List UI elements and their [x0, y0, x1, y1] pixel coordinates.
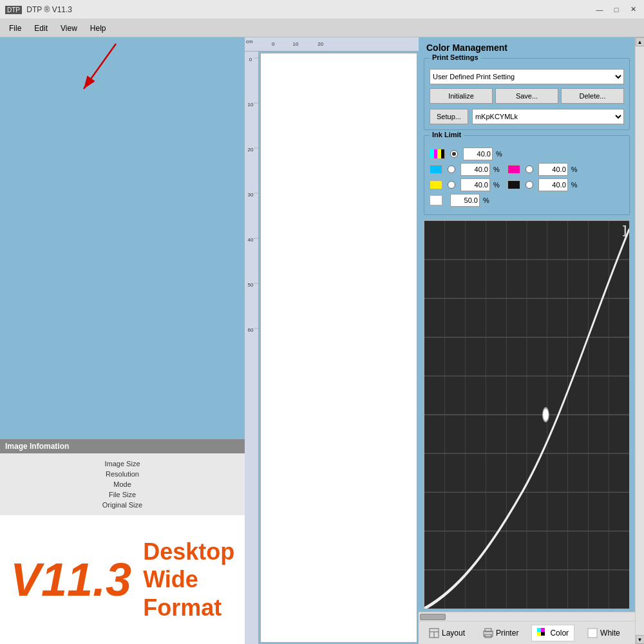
color-icon	[537, 628, 547, 638]
app-icon: DTP	[5, 6, 22, 14]
menu-help[interactable]: Help	[84, 21, 113, 35]
original-size-label: Original Size	[10, 500, 234, 510]
cmyk-value[interactable]: 40.0	[463, 147, 493, 160]
arrow-annotation	[64, 37, 142, 115]
tab-white[interactable]: White	[582, 625, 625, 641]
black-value[interactable]: 40.0	[538, 178, 568, 191]
mode-label: Mode	[10, 479, 234, 489]
menubar: File Edit View Help	[0, 19, 644, 37]
close-button[interactable]: ✕	[627, 4, 639, 15]
svg-text:40: 40	[248, 237, 254, 243]
tab-color-label: Color	[550, 629, 569, 638]
ink-row-white: 50.0 %	[430, 194, 624, 207]
titlebar-controls: — □ ✕	[594, 4, 639, 15]
image-info-panel: Image Infomation Image Size Resolution M…	[0, 439, 245, 515]
svg-text:30: 30	[248, 192, 254, 198]
cyan-radio[interactable]	[448, 166, 455, 173]
canvas-area	[260, 53, 417, 643]
color-management-header: Color Management	[419, 37, 635, 55]
tab-printer-label: Printer	[496, 629, 518, 638]
cmyk-unit: %	[496, 150, 502, 158]
print-settings-row: User Defined Print Setting	[430, 69, 624, 84]
cmyk-radio[interactable]	[450, 150, 458, 158]
layout-icon	[429, 628, 439, 638]
yellow-unit: %	[493, 181, 500, 189]
printer-icon	[483, 628, 493, 638]
ink-row-cmyk: 40.0 %	[430, 147, 624, 160]
tab-color[interactable]: Color	[531, 625, 574, 641]
promo-line1: Desktop	[143, 538, 234, 565]
print-settings-select[interactable]: User Defined Print Setting	[430, 69, 624, 84]
yellow-color-swatch	[430, 180, 442, 189]
curve-wrapper: ]	[424, 220, 630, 609]
tab-printer[interactable]: Printer	[478, 625, 524, 641]
svg-line-1	[84, 44, 116, 89]
delete-button[interactable]: Delete...	[561, 88, 624, 104]
ink-limit-legend: Ink Limit	[430, 131, 464, 138]
save-button[interactable]: Save...	[495, 88, 558, 104]
file-size-label: File Size	[10, 489, 234, 500]
titlebar-title: DTP DTP ® V11.3	[5, 5, 594, 14]
magenta-unit: %	[571, 166, 578, 173]
svg-rect-41	[541, 628, 545, 632]
curve-svg	[424, 221, 629, 609]
black-radio[interactable]	[526, 181, 533, 189]
setup-select[interactable]: mKpKCYMLk	[472, 109, 624, 124]
canvas-row: 0 10 20 30 40 50 60	[245, 52, 419, 644]
ink-row-cyan-magenta: 40.0 % 40.0 %	[430, 163, 624, 176]
menu-edit[interactable]: Edit	[28, 21, 54, 35]
minimize-button[interactable]: —	[594, 4, 605, 15]
black-unit: %	[571, 181, 578, 189]
white-color-swatch	[430, 195, 442, 205]
right-scrollbar[interactable]: ▲ ▼	[635, 37, 644, 644]
tab-layout[interactable]: Layout	[424, 625, 470, 641]
tab-white-label: White	[600, 629, 620, 638]
white-unit: %	[483, 196, 489, 204]
ink-limit-section: Ink Limit 40.0 %	[424, 135, 630, 215]
svg-text:10: 10	[248, 102, 254, 108]
magenta-radio[interactable]	[526, 166, 533, 173]
white-icon	[587, 628, 598, 638]
svg-rect-44	[588, 629, 597, 638]
promo-version: V11.3	[10, 556, 131, 603]
yellow-value[interactable]: 40.0	[460, 178, 490, 191]
left-panel: Image Infomation Image Size Resolution M…	[0, 37, 245, 644]
menu-file[interactable]: File	[3, 21, 28, 35]
resolution-label: Resolution	[10, 469, 234, 479]
print-settings-section: Print Settings User Defined Print Settin…	[424, 58, 630, 130]
image-preview	[0, 37, 245, 439]
scroll-up-button[interactable]: ▲	[636, 37, 645, 46]
initialize-button[interactable]: Initialize	[430, 88, 493, 104]
svg-rect-40	[537, 628, 541, 632]
maximize-button[interactable]: □	[611, 4, 622, 15]
yellow-radio[interactable]	[448, 181, 455, 189]
svg-rect-43	[541, 632, 545, 636]
horizontal-scrollbar[interactable]	[419, 612, 635, 621]
magenta-color-swatch	[507, 165, 520, 174]
right-panel: ▲ ▼ Color Management Print Settings User…	[419, 37, 644, 644]
white-value[interactable]: 50.0	[450, 194, 480, 207]
ruler-unit-label: cm	[246, 39, 253, 44]
bottom-tabbar: Layout Printer Color	[419, 621, 635, 644]
cyan-unit: %	[493, 166, 500, 173]
cyan-color-swatch	[430, 165, 442, 174]
curve-bracket-icon[interactable]: ]	[623, 223, 627, 237]
magenta-value[interactable]: 40.0	[538, 163, 568, 176]
promo-text-block: Desktop Wide Format	[138, 538, 234, 621]
setup-button[interactable]: Setup...	[430, 109, 468, 124]
center-panel: cm 0 10 20 // Draw tick marks 0 10	[245, 37, 419, 644]
ruler-ticks-svg: // Draw tick marks	[259, 43, 413, 51]
scrollbar-thumb[interactable]	[420, 614, 446, 620]
cyan-value[interactable]: 40.0	[460, 163, 490, 176]
ruler-top: cm 0 10 20 // Draw tick marks	[245, 37, 419, 52]
menu-view[interactable]: View	[54, 21, 84, 35]
svg-text:20: 20	[248, 147, 254, 153]
promo-area: V11.3 Desktop Wide Format	[0, 515, 245, 644]
svg-text:50: 50	[248, 282, 254, 288]
scroll-down-button[interactable]: ▼	[636, 635, 645, 644]
curve-control-point[interactable]	[543, 408, 549, 422]
black-block	[441, 149, 445, 158]
black-color-swatch	[507, 180, 520, 189]
tab-layout-label: Layout	[442, 629, 465, 638]
ruler-v-svg: 0 10 20 30 40 50 60	[245, 52, 259, 502]
